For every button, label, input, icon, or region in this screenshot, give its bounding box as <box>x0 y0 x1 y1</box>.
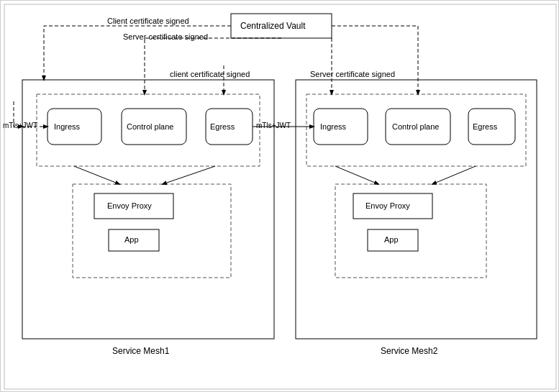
diagram-container: Centralized Vault Client certificate sig… <box>0 0 559 392</box>
server-cert-label-1: Server certificate signed <box>123 32 208 41</box>
mesh2-app-label: App <box>384 235 399 244</box>
mesh1-egress-label: Egress <box>210 122 235 131</box>
diagram-svg <box>1 1 559 392</box>
server-cert-label-2: Server certificate signed <box>310 70 395 78</box>
client-cert-label: Client certificate signed <box>107 17 189 25</box>
mesh1-control-label: Control plane <box>127 122 173 131</box>
mtls-jwt-middle: mTls+JWT <box>256 122 291 129</box>
mesh2-control-label: Control plane <box>392 122 439 131</box>
mesh2-ingress-label: Ingress <box>320 122 346 131</box>
mesh2-title: Service Mesh2 <box>381 346 437 356</box>
mesh1-envoy-label: Envoy Proxy <box>107 201 152 210</box>
mesh2-envoy-label: Envoy Proxy <box>365 201 410 210</box>
mesh1-ingress-label: Ingress <box>54 122 80 131</box>
mtls-jwt-left: mTls+JWT <box>3 122 37 129</box>
vault-label: Centralized Vault <box>240 21 306 31</box>
mesh1-app-label: App <box>124 235 139 244</box>
mesh2-egress-label: Egress <box>473 122 497 131</box>
client-cert-label-2: client certificate signed <box>170 70 250 78</box>
mesh1-title: Service Mesh1 <box>112 346 169 356</box>
